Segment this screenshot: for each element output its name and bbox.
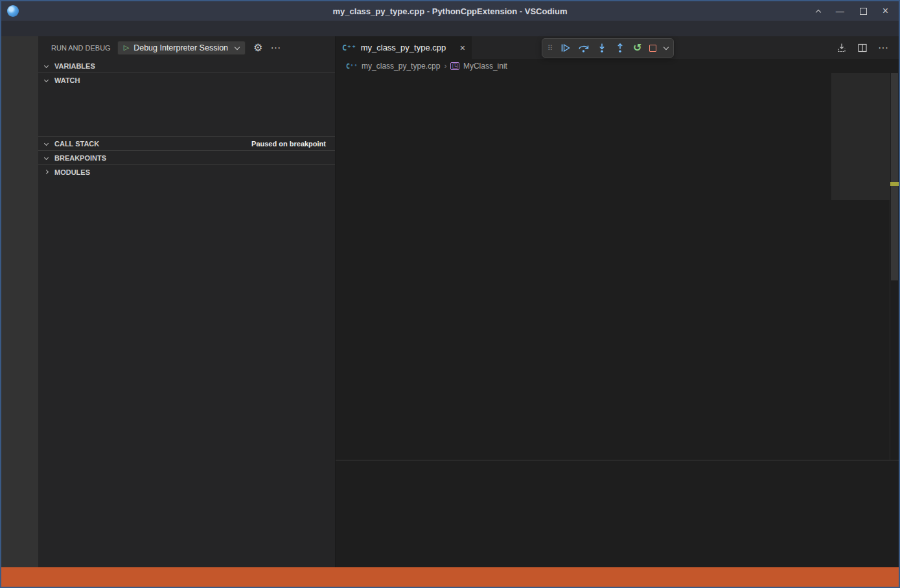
- chevron-up-icon[interactable]: [815, 9, 820, 14]
- minimize-button[interactable]: —: [836, 6, 844, 16]
- minimap[interactable]: [831, 73, 890, 460]
- cpp-file-icon: C⁺⁺: [346, 63, 358, 70]
- restart-button[interactable]: ↺: [633, 43, 641, 53]
- breadcrumb-file[interactable]: my_class_py_type.cpp: [362, 62, 440, 71]
- call-stack-header[interactable]: CALL STACK Paused on breakpoint: [38, 137, 335, 150]
- sidebar-title: RUN AND DEBUG: [51, 44, 111, 52]
- status-bar: [1, 567, 899, 587]
- panel-tab-bar: [336, 460, 899, 481]
- variables-title: VARIABLES: [54, 62, 95, 70]
- breakpoints-header[interactable]: BREAKPOINTS: [38, 151, 335, 164]
- modules-header[interactable]: MODULES: [38, 165, 335, 179]
- variables-section: VARIABLES: [38, 59, 335, 73]
- close-button[interactable]: ×: [883, 5, 888, 17]
- chevron-right-icon: [41, 170, 51, 174]
- step-over-button[interactable]: [578, 43, 589, 53]
- debug-toolbar: ⠿ ↺: [542, 38, 674, 58]
- editor-group: C⁺⁺ my_class_py_type.cpp × ⠿ ↺: [336, 36, 899, 567]
- modules-title: MODULES: [54, 168, 90, 176]
- vscodium-logo-icon: [7, 5, 19, 17]
- cpp-file-icon: C⁺⁺: [342, 43, 356, 52]
- stop-button[interactable]: [649, 45, 656, 52]
- editor-scrollbar[interactable]: [890, 73, 899, 460]
- symbol-class-icon: ◳: [450, 62, 459, 70]
- bottom-panel: [336, 460, 899, 567]
- chevron-down-icon: [41, 142, 51, 145]
- call-stack-section: CALL STACK Paused on breakpoint: [38, 136, 335, 150]
- more-actions-icon[interactable]: ···: [270, 42, 281, 54]
- scrollbar-thumb[interactable]: [891, 73, 898, 280]
- chevron-down-icon[interactable]: [663, 45, 669, 50]
- close-icon[interactable]: ×: [460, 43, 465, 53]
- run-and-debug-sidebar: RUN AND DEBUG ▷ Debug Interpreter Sessio…: [38, 36, 336, 567]
- step-into-button[interactable]: [597, 43, 607, 53]
- debug-session-picker[interactable]: ▷ Debug Interpreter Session: [117, 41, 246, 55]
- current-line-marker: [890, 182, 899, 186]
- code-editor[interactable]: [336, 73, 831, 460]
- terminal-output[interactable]: [336, 481, 788, 567]
- more-actions-icon[interactable]: ···: [878, 42, 888, 54]
- run-below-icon[interactable]: [837, 43, 847, 53]
- tab-label: my_class_py_type.cpp: [361, 43, 446, 52]
- breakpoints-section: BREAKPOINTS: [38, 150, 335, 164]
- chevron-down-icon: [235, 44, 240, 49]
- variables-header[interactable]: VARIABLES: [38, 59, 335, 73]
- drag-handle-icon[interactable]: ⠿: [548, 44, 552, 52]
- gear-icon[interactable]: ⚙: [253, 43, 262, 53]
- window-title: my_class_py_type.cpp - PythonCppExtensio…: [1, 6, 899, 16]
- watch-header[interactable]: WATCH: [38, 73, 335, 87]
- watch-title: WATCH: [54, 76, 80, 84]
- session-label: Debug Interpreter Session: [133, 43, 228, 52]
- paused-status-badge: Paused on breakpoint: [251, 140, 330, 148]
- breakpoints-title: BREAKPOINTS: [54, 154, 106, 162]
- play-icon: ▷: [124, 43, 129, 52]
- chevron-down-icon: [41, 65, 51, 67]
- breadcrumb-symbol[interactable]: MyClass_init: [463, 62, 507, 71]
- terminal-list: [788, 481, 899, 567]
- chevron-down-icon: [41, 79, 51, 82]
- modules-section: MODULES: [38, 164, 335, 179]
- split-editor-icon[interactable]: [857, 43, 868, 53]
- continue-button[interactable]: [560, 43, 570, 53]
- sidebar-header: RUN AND DEBUG ▷ Debug Interpreter Sessio…: [38, 36, 335, 59]
- step-out-button[interactable]: [615, 43, 625, 53]
- call-stack-title: CALL STACK: [54, 140, 99, 148]
- maximize-button[interactable]: [860, 8, 867, 15]
- chevron-down-icon: [41, 157, 51, 159]
- chevron-right-icon: ›: [444, 62, 446, 71]
- title-bar: my_class_py_type.cpp - PythonCppExtensio…: [1, 1, 899, 21]
- editor-tab-bar: C⁺⁺ my_class_py_type.cpp × ⠿ ↺: [336, 36, 899, 59]
- window-controls: — ×: [816, 5, 899, 17]
- menu-bar: [1, 21, 899, 36]
- activity-bar: [1, 36, 38, 567]
- breadcrumb: C⁺⁺ my_class_py_type.cpp › ◳ MyClass_ini…: [336, 59, 899, 73]
- tab-my-class-py-type[interactable]: C⁺⁺ my_class_py_type.cpp ×: [336, 36, 472, 59]
- watch-section: WATCH: [38, 73, 335, 136]
